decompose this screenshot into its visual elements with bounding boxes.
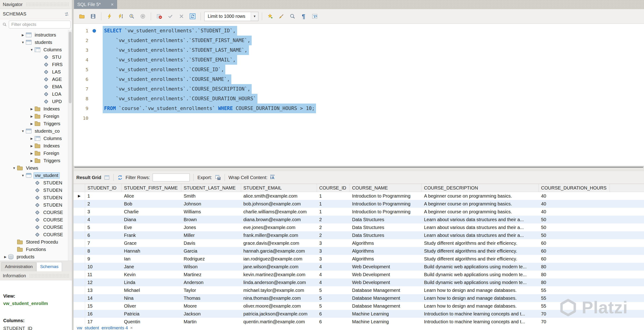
cell[interactable]: Data Structures [350, 231, 422, 239]
cell[interactable]: nina.thomas@example.com [241, 294, 317, 302]
cell[interactable]: michael.taylor@example.com [241, 286, 317, 294]
cell[interactable]: grace.davis@example.com [241, 239, 317, 247]
row-header[interactable] [74, 216, 85, 224]
tree-expand-arrow-icon[interactable]: ▶ [2, 255, 8, 259]
cell[interactable]: Learn about various data structures and … [422, 224, 539, 231]
sql-line-2[interactable]: 2 `vw_student_enrollments`.`STUDENT_FIRS… [74, 35, 644, 45]
cell[interactable]: Database Management [350, 286, 422, 294]
tree-item-foreign[interactable]: ▶Foreign [0, 150, 68, 157]
column-header-course-id[interactable]: COURSE_ID [317, 184, 350, 192]
cell[interactable]: Data Structures [350, 216, 422, 224]
cell[interactable]: Learn about various data structures and … [422, 231, 539, 239]
cell[interactable]: Jane [122, 263, 181, 271]
cell[interactable]: Machine Learning [350, 318, 422, 325]
tree-expand-arrow-icon[interactable]: ▶ [29, 152, 35, 155]
autocommit-toggle[interactable] [188, 12, 197, 21]
cell[interactable]: 3 [317, 255, 350, 263]
limit-rows-dropdown[interactable]: Limit to 1000 rows ▼ [204, 12, 258, 21]
rollback-button[interactable] [177, 12, 186, 21]
cell[interactable]: 4 [317, 263, 350, 271]
row-header[interactable] [74, 239, 85, 247]
tree-expand-arrow-icon[interactable]: ▼ [20, 41, 26, 44]
cell[interactable]: 8 [85, 247, 122, 255]
cell[interactable]: 80 [539, 279, 610, 286]
cell[interactable]: 60 [539, 239, 610, 247]
cell[interactable]: Build dynamic web applications using mod… [422, 279, 539, 286]
cell[interactable]: 1 [317, 192, 350, 200]
cell[interactable]: Learn how to design and manage databases… [422, 302, 539, 310]
cell[interactable]: 40 [539, 192, 610, 200]
cell[interactable]: 2 [317, 224, 350, 231]
cell[interactable]: 2 [317, 231, 350, 239]
row-header[interactable] [74, 200, 85, 208]
sql-editor[interactable]: 1SELECT `vw_student_enrollments`.`STUDEN… [74, 24, 644, 166]
cell[interactable]: 60 [539, 247, 610, 255]
table-row-15[interactable]: 15OliverMooreoliver.moore@example.com5Da… [74, 302, 644, 310]
sql-line-10[interactable]: 10 [74, 113, 644, 123]
toggle-stop-on-error-button[interactable] [154, 12, 164, 21]
table-row-6[interactable]: 6FrankMillerfrank.miller@example.com2Dat… [74, 231, 644, 239]
cell[interactable]: Linda [122, 279, 181, 286]
sql-code[interactable]: FROM `course`.`vw_student_enrollments` W… [103, 103, 316, 113]
wrap-cell-content-icon[interactable]: IA [270, 175, 274, 180]
cell[interactable]: 60 [539, 255, 610, 263]
cell[interactable]: Introduction to machine learning concept… [422, 318, 539, 325]
column-header-student-first-name[interactable]: STUDENT_FIRST_NAME [122, 184, 181, 192]
table-row-11[interactable]: 11KevinMartinezkevin.martinez@example.co… [74, 271, 644, 279]
editor-result-splitter[interactable] [74, 166, 644, 168]
cell[interactable]: 5 [317, 286, 350, 294]
cell[interactable]: Web Development [350, 263, 422, 271]
row-header[interactable] [74, 231, 85, 239]
tree-item-course[interactable]: COURSE [0, 216, 68, 224]
tree-item-foreign[interactable]: ▶Foreign [0, 113, 68, 120]
cell[interactable]: 80 [539, 271, 610, 279]
cell[interactable]: Davis [181, 239, 241, 247]
column-header-course-duration-hours[interactable]: COURSE_DURATION_HOURS [539, 184, 610, 192]
filter-rows-input[interactable] [153, 174, 190, 181]
cell[interactable]: Alice [122, 192, 181, 200]
tree-item-columns[interactable]: ▼Columns [0, 46, 68, 53]
cell[interactable]: Learn how to design and manage databases… [422, 294, 539, 302]
cell[interactable]: alice.smith@example.com [241, 192, 317, 200]
cell[interactable]: 70 [539, 318, 610, 325]
grid-corner[interactable] [74, 184, 85, 192]
cell[interactable]: 55 [539, 286, 610, 294]
row-header[interactable] [74, 255, 85, 263]
beautify-button[interactable] [277, 12, 286, 21]
cell[interactable]: 15 [85, 302, 122, 310]
cell[interactable]: Algorithms [350, 247, 422, 255]
table-row-13[interactable]: 13MichaelTaylormichael.taylor@example.co… [74, 286, 644, 294]
row-header[interactable]: ▶ [74, 192, 85, 200]
sql-code[interactable]: `vw_student_enrollments`.`COURSE_DESCRIP… [103, 84, 252, 94]
cell[interactable]: 1 [317, 208, 350, 216]
tree-item-age[interactable]: AGE [0, 75, 68, 83]
tree-item-views[interactable]: ▼Views [0, 164, 68, 172]
cell[interactable]: Anderson [181, 279, 241, 286]
chevron-down-icon[interactable]: ▼ [251, 12, 258, 21]
cell[interactable]: Garcia [181, 247, 241, 255]
cell[interactable]: hannah.garcia@example.com [241, 247, 317, 255]
cell[interactable]: 7 [85, 239, 122, 247]
cell[interactable]: 2 [317, 216, 350, 224]
tab-sql-file-5[interactable]: SQL File 5* × [74, 0, 117, 9]
table-row-17[interactable]: 17QuentinMartinquentin.martin@example.co… [74, 318, 644, 325]
table-row-8[interactable]: 8HannahGarciahannah.garcia@example.com3A… [74, 247, 644, 255]
tree-item-stu[interactable]: STU [0, 53, 68, 61]
cell[interactable]: 3 [85, 208, 122, 216]
tree-item-students[interactable]: ▼students [0, 38, 68, 46]
cell[interactable]: 40 [539, 208, 610, 216]
column-header-course-name[interactable]: COURSE_NAME [350, 184, 422, 192]
tree-item-triggers[interactable]: ▶Triggers [0, 157, 68, 164]
cell[interactable]: 3 [317, 247, 350, 255]
cell[interactable]: Oliver [122, 302, 181, 310]
tree-expand-arrow-icon[interactable]: ▶ [20, 33, 26, 37]
row-header[interactable] [74, 279, 85, 286]
cell[interactable]: 4 [317, 279, 350, 286]
sql-line-1[interactable]: 1SELECT `vw_student_enrollments`.`STUDEN… [74, 26, 644, 35]
export-icon[interactable] [215, 174, 221, 180]
tree-expand-arrow-icon[interactable]: ▼ [11, 166, 17, 170]
close-result-tab-icon[interactable]: × [130, 325, 133, 330]
cell[interactable]: Miller [181, 231, 241, 239]
cell[interactable]: Data Structures [350, 224, 422, 231]
cell[interactable]: Jackson [181, 310, 241, 318]
